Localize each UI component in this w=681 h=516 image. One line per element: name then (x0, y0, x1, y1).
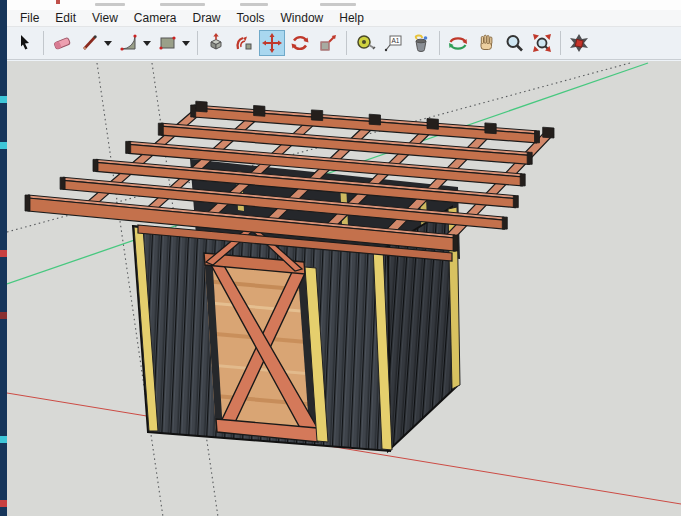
tape-measure-icon (354, 32, 376, 54)
model-canvas (7, 61, 681, 516)
menu-bar: File Edit View Camera Draw Tools Window … (7, 10, 681, 27)
push-pull-icon (205, 32, 227, 54)
rectangle-tool-dropdown[interactable] (182, 41, 190, 46)
titlebar-mark (320, 3, 356, 6)
menu-tools[interactable]: Tools (229, 10, 273, 27)
line-tool-button[interactable] (77, 30, 103, 56)
titlebar-remnant (0, 0, 681, 10)
menu-draw[interactable]: Draw (185, 10, 229, 27)
menu-edit[interactable]: Edit (47, 10, 84, 27)
menu-camera[interactable]: Camera (126, 10, 185, 27)
sketchup-window: File Edit View Camera Draw Tools Window … (0, 0, 681, 516)
toolbar-separator (439, 31, 440, 55)
rectangle-icon (157, 32, 179, 54)
edge-tick (0, 96, 7, 103)
shed-model (25, 101, 554, 451)
viewport-3d[interactable] (7, 60, 681, 516)
menu-file[interactable]: File (12, 10, 47, 27)
push-pull-tool-button[interactable] (203, 30, 229, 56)
move-tool-button[interactable] (259, 30, 285, 56)
line-tool-dropdown[interactable] (104, 41, 112, 46)
scale-tool-button[interactable] (315, 30, 341, 56)
titlebar-logo-fragment (56, 0, 60, 4)
arc-tool-button[interactable] (116, 30, 142, 56)
pan-hand-icon (475, 32, 497, 54)
paint-bucket-tool-button[interactable] (408, 30, 434, 56)
eraser-icon (51, 32, 73, 54)
pan-tool-button[interactable] (473, 30, 499, 56)
pencil-icon (79, 32, 101, 54)
text-icon: A1 (382, 32, 404, 54)
text-tool-button[interactable]: A1 (380, 30, 406, 56)
rotate-tool-button[interactable] (287, 30, 313, 56)
select-icon (14, 32, 36, 54)
background-window-edge (0, 0, 7, 516)
menu-help[interactable]: Help (331, 10, 372, 27)
edge-tick (0, 142, 7, 149)
paint-bucket-icon (410, 32, 432, 54)
plugin-tool-button[interactable] (566, 30, 592, 56)
zoom-tool-button[interactable] (501, 30, 527, 56)
zoom-icon (503, 32, 525, 54)
move-icon (261, 32, 283, 54)
toolbar: A1 (7, 27, 681, 60)
roof-frame (25, 101, 554, 251)
scale-icon (317, 32, 339, 54)
arc-icon (118, 32, 140, 54)
rectangle-tool-button[interactable] (155, 30, 181, 56)
toolbar-separator (197, 31, 198, 55)
edge-tick (0, 436, 7, 443)
edge-tick (0, 312, 7, 319)
follow-me-tool-button[interactable] (231, 30, 257, 56)
zoom-extents-tool-button[interactable] (529, 30, 555, 56)
toolbar-separator (560, 31, 561, 55)
menu-view[interactable]: View (84, 10, 126, 27)
toolbar-separator (346, 31, 347, 55)
tape-measure-tool-button[interactable] (352, 30, 378, 56)
select-tool-button[interactable] (12, 30, 38, 56)
svg-text:A1: A1 (392, 37, 400, 44)
titlebar-mark (95, 3, 125, 6)
orbit-tool-button[interactable] (445, 30, 471, 56)
orbit-icon (447, 32, 469, 54)
arc-tool-dropdown[interactable] (143, 41, 151, 46)
titlebar-mark (240, 3, 268, 6)
rotate-icon (289, 32, 311, 54)
plugin-icon (568, 32, 590, 54)
titlebar-mark (160, 3, 205, 6)
edge-tick (0, 250, 7, 257)
menu-window[interactable]: Window (273, 10, 332, 27)
edge-tick (0, 500, 7, 507)
eraser-tool-button[interactable] (49, 30, 75, 56)
zoom-extents-icon (531, 32, 553, 54)
toolbar-separator (43, 31, 44, 55)
follow-me-icon (233, 32, 255, 54)
